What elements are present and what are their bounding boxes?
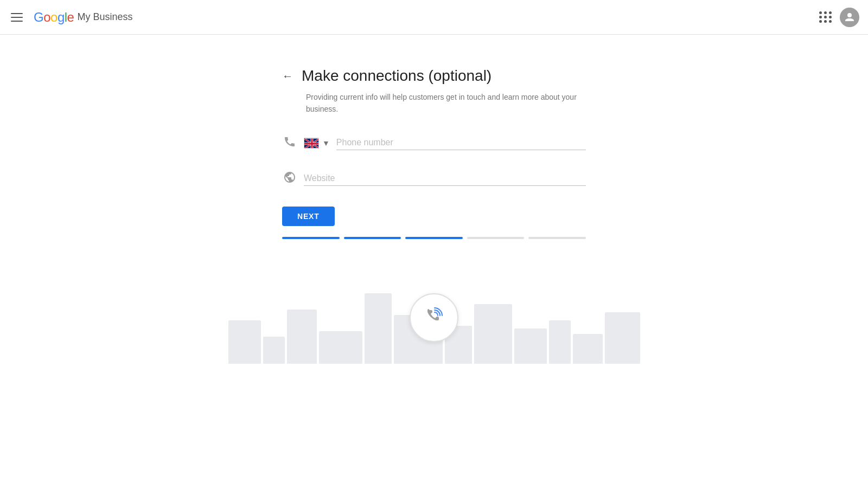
header-left: Google My Business <box>9 10 133 25</box>
progress-segment-4 <box>467 237 525 239</box>
website-input[interactable] <box>304 171 586 186</box>
phone-icon <box>282 135 297 151</box>
website-field-row <box>282 171 586 187</box>
svg-point-0 <box>847 13 852 17</box>
progress-segment-5 <box>528 237 586 239</box>
app-header: Google My Business <box>0 0 868 35</box>
google-wordmark: Google <box>34 10 74 25</box>
phone-field-row: ▼ <box>282 135 586 151</box>
page-subtitle: Providing current info will help custome… <box>306 91 586 115</box>
phone-input[interactable] <box>336 136 586 150</box>
progress-segment-3 <box>405 237 463 239</box>
next-button[interactable]: NEXT <box>282 207 335 226</box>
avatar-icon <box>843 11 856 24</box>
phone-signal-icon <box>421 305 447 331</box>
header-right <box>816 8 859 27</box>
hamburger-menu[interactable] <box>9 11 25 24</box>
bottom-illustration <box>11 272 857 364</box>
globe-icon <box>282 171 297 187</box>
form-container: ← Make connections (optional) Providing … <box>282 67 586 261</box>
chevron-down-icon: ▼ <box>322 139 330 147</box>
country-selector[interactable]: ▼ <box>304 138 330 149</box>
avatar[interactable] <box>840 8 859 27</box>
progress-segment-2 <box>344 237 401 239</box>
app-logo: Google My Business <box>34 10 133 25</box>
back-button[interactable]: ← <box>282 70 293 81</box>
progress-segment-1 <box>282 237 340 239</box>
apps-icon[interactable] <box>816 8 835 27</box>
main-content: ← Make connections (optional) Providing … <box>0 35 868 364</box>
phone-signal-badge <box>410 293 458 342</box>
page-title: Make connections (optional) <box>302 67 492 85</box>
title-row: ← Make connections (optional) <box>282 67 586 85</box>
app-name-label: My Business <box>77 11 132 23</box>
progress-bar <box>282 237 586 239</box>
uk-flag-icon <box>304 138 319 149</box>
